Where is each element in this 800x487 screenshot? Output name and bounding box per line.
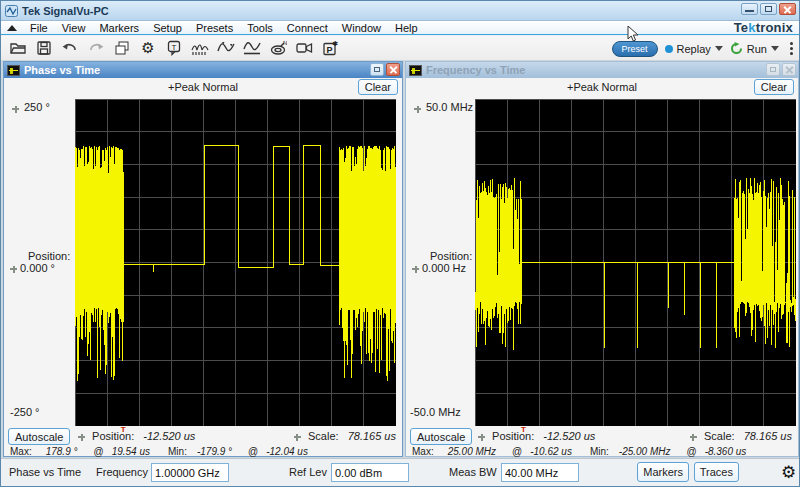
menu-help[interactable]: Help [388, 22, 425, 34]
svg-text:N: N [283, 40, 287, 46]
phase-panel-titlebar[interactable]: Phase vs Time [4, 62, 402, 78]
x-axis-readout-row: Position: -12.520 us Scale: 78.165 us [478, 430, 792, 443]
y-bottom-label: -50.0 MHz [410, 406, 461, 418]
max-at-value: 19.54 us [112, 446, 150, 457]
chevron-down-icon [771, 46, 779, 51]
max-value: 25.00 MHz [448, 446, 496, 457]
max-min-readout: Max: 25.00 MHz @ -10.62 us Min: -25.00 M… [412, 445, 796, 457]
preset-star-button[interactable]: P✱ [317, 37, 343, 59]
menu-file[interactable]: File [23, 22, 55, 34]
panel-close-icon[interactable] [386, 63, 400, 76]
trigger-button[interactable]: T [161, 37, 187, 59]
replay-dropdown[interactable]: Replay [665, 43, 723, 55]
tektronix-logo: Tektronix [734, 20, 793, 35]
redo-icon [88, 41, 104, 55]
frequency-vs-time-panel: Frequency vs Time +Peak Normal Clear 50.… [405, 61, 799, 457]
meas-bw-input[interactable] [501, 463, 579, 482]
x-scale-value[interactable]: 78.165 us [348, 430, 396, 442]
display-thumbnail-icon [409, 65, 422, 76]
window-titlebar[interactable]: Tek SignalVu-PC [1, 1, 799, 21]
camera-button[interactable] [291, 37, 317, 59]
x-scale-label: Scale: [704, 430, 735, 442]
menu-tools[interactable]: Tools [240, 22, 280, 34]
ref-lev-label: Ref Lev [289, 466, 327, 478]
move-handle-icon[interactable] [478, 434, 485, 441]
workspace: Phase vs Time +Peak Normal Clear 250 ° P… [1, 61, 799, 458]
preset-star-icon: P✱ [322, 40, 339, 56]
panel-close-icon[interactable] [782, 63, 796, 76]
autoscale-button[interactable]: Autoscale [8, 428, 70, 445]
maximize-icon[interactable] [760, 3, 777, 15]
y-top-label: 250 ° [24, 101, 50, 113]
y-axis-handle[interactable] [414, 102, 421, 114]
menu-view[interactable]: View [55, 22, 93, 34]
freq-plot-canvas[interactable] [475, 99, 796, 426]
move-handle-icon[interactable] [78, 434, 85, 441]
phase-plot-canvas[interactable] [75, 99, 396, 426]
run-dropdown[interactable]: Run [730, 42, 779, 55]
more-options-icon[interactable] [790, 42, 793, 55]
phase-vs-time-panel: Phase vs Time +Peak Normal Clear 250 ° P… [3, 61, 403, 457]
ref-lev-input[interactable] [331, 463, 409, 482]
detector-label: +Peak Normal [4, 81, 402, 93]
x-position-value[interactable]: -12.520 us [543, 430, 595, 442]
freq-panel-titlebar[interactable]: Frequency vs Time [406, 62, 798, 78]
max-label: Max: [412, 446, 434, 457]
move-handle-icon[interactable] [690, 434, 697, 441]
replay-label: Replay [677, 43, 711, 55]
vertical-position-block[interactable]: Position: 0.000 Hz [406, 250, 474, 274]
spectrum-button[interactable] [187, 37, 213, 59]
redo-button[interactable] [83, 37, 109, 59]
undo-icon [62, 41, 78, 55]
undo-button[interactable] [57, 37, 83, 59]
open-button[interactable] [5, 37, 31, 59]
move-handle-icon [414, 106, 421, 113]
autoscale-button[interactable]: Autoscale [410, 428, 472, 445]
settings-icon: ⚙ [140, 40, 156, 56]
markers-waveform-button[interactable] [213, 37, 239, 59]
close-icon[interactable] [779, 3, 796, 15]
markers-waveform-icon [217, 40, 235, 56]
menu-connect[interactable]: Connect [280, 22, 335, 34]
x-position-value[interactable]: -12.520 us [143, 430, 195, 442]
panel-restore-icon[interactable] [370, 63, 384, 76]
time-overview-button[interactable] [239, 37, 265, 59]
markers-button[interactable]: Markers [637, 462, 689, 482]
min-value: -179.9 ° [197, 446, 232, 457]
save-button[interactable] [31, 37, 57, 59]
minimize-icon[interactable] [741, 3, 758, 15]
min-label: Min: [590, 446, 609, 457]
at-label: @ [248, 446, 258, 457]
min-value: -25.00 MHz [619, 446, 671, 457]
menu-setup[interactable]: Setup [146, 22, 189, 34]
clear-button[interactable]: Clear [754, 79, 794, 95]
gear-icon[interactable]: ⚙ [775, 461, 795, 483]
cascade-button[interactable] [109, 37, 135, 59]
vertical-position-block[interactable]: Position: 0.000 ° [4, 250, 72, 274]
acquire-button[interactable]: N [265, 37, 291, 59]
at-label: @ [512, 446, 522, 457]
max-at-value: -10.62 us [530, 446, 572, 457]
eject-icon[interactable] [1, 25, 23, 31]
panel-restore-icon[interactable] [766, 63, 780, 76]
frequency-input[interactable] [151, 463, 229, 482]
position-label: Position: [406, 250, 474, 262]
y-bottom-label: -250 ° [10, 406, 39, 418]
menu-presets[interactable]: Presets [189, 22, 240, 34]
settings-bar: Phase vs Time Frequency Ref Lev Meas BW … [1, 458, 799, 487]
menu-window[interactable]: Window [335, 22, 388, 34]
open-icon [10, 40, 27, 56]
selected-display-label: Phase vs Time [9, 466, 81, 478]
min-at-value: -8.360 us [705, 446, 747, 457]
position-value: 0.000 Hz [422, 262, 466, 274]
traces-button[interactable]: Traces [694, 462, 739, 482]
x-scale-value[interactable]: 78.165 us [744, 430, 792, 442]
move-handle-icon[interactable] [294, 434, 301, 441]
save-icon [36, 40, 52, 56]
clear-button[interactable]: Clear [358, 79, 398, 95]
svg-text:T: T [172, 43, 177, 52]
max-min-readout: Max: 178.9 ° @ 19.54 us Min: -179.9 ° @ … [10, 445, 400, 457]
y-axis-handle[interactable] [12, 102, 19, 114]
menu-markers[interactable]: Markers [92, 22, 146, 34]
settings-button[interactable]: ⚙ [135, 37, 161, 59]
